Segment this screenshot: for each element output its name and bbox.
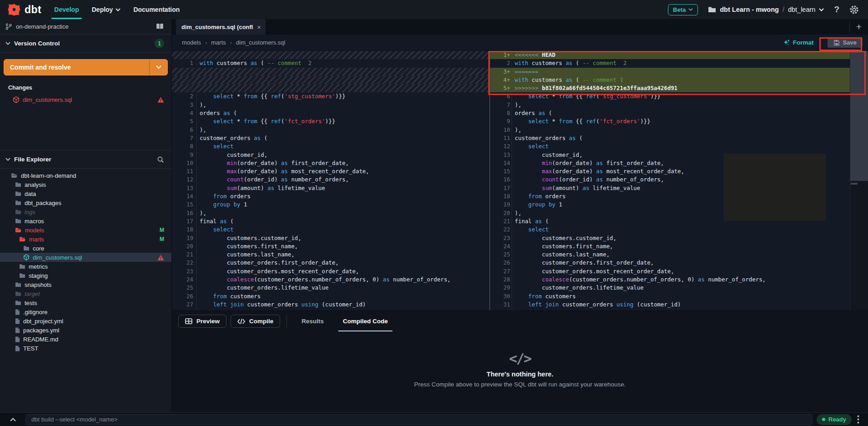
tab-close-icon[interactable]: ×: [257, 23, 261, 31]
breadcrumb-file[interactable]: dim_customers.sql: [236, 39, 285, 46]
preview-button[interactable]: Preview: [178, 315, 226, 328]
code-line[interactable]: 27 customer_orders.most_recent_order_dat…: [490, 267, 868, 276]
code-line[interactable]: 5+>>>>>>> b81f802a66fd544504c65721e3ffaa…: [490, 84, 868, 92]
code-line[interactable]: 23 customers.customer_id,: [490, 234, 868, 242]
code-line[interactable]: 25 customers.last_name,: [490, 251, 868, 259]
editor-tab-dim-customers[interactable]: dim_customers.sql (confli... ×: [176, 19, 266, 35]
tree-item-dbt-project-yml[interactable]: dbt_project.yml: [0, 316, 171, 326]
nav-deploy[interactable]: Deploy: [85, 0, 127, 19]
code-line[interactable]: 2with customers as ( -- comment 2: [490, 59, 868, 67]
code-line[interactable]: 11customer_orders as (: [490, 134, 868, 142]
code-line[interactable]: 8 select: [172, 142, 489, 150]
help-icon[interactable]: ?: [834, 5, 839, 15]
new-tab-plus-icon[interactable]: +: [849, 21, 868, 33]
account-project-selector[interactable]: dbt Learn - mwong / dbt_learn: [708, 6, 824, 13]
format-button[interactable]: Format: [783, 39, 814, 46]
code-line[interactable]: 17final as (: [172, 217, 489, 226]
status-badge[interactable]: Ready: [817, 414, 852, 425]
code-line[interactable]: 14 from orders: [172, 192, 489, 200]
code-line[interactable]: 1+<<<<<<< HEAD: [490, 51, 868, 59]
code-line[interactable]: 6),: [172, 126, 489, 134]
code-line[interactable]: 29 customer_orders.lifetime_value: [490, 284, 868, 292]
breadcrumb-models[interactable]: models: [182, 39, 201, 46]
code-line[interactable]: 12 select: [490, 142, 868, 150]
tree-item--gitignore[interactable]: .gitignore: [0, 307, 171, 316]
code-line[interactable]: 24 customers.first_name,: [490, 242, 868, 251]
nav-develop[interactable]: Develop: [48, 0, 85, 19]
tree-item-analysis[interactable]: analysis: [0, 180, 171, 189]
scrollbar-thumb[interactable]: [850, 51, 868, 181]
code-line[interactable]: 19 customers.customer_id,: [172, 234, 489, 242]
code-line[interactable]: 26 from customers: [172, 292, 489, 301]
dbt-logo[interactable]: dbt: [0, 0, 48, 19]
settings-gear-icon[interactable]: [849, 5, 859, 15]
kebab-menu-icon[interactable]: [857, 415, 859, 424]
tree-item-packages-yml[interactable]: packages.yml: [0, 326, 171, 335]
expand-caret-icon[interactable]: [0, 418, 25, 421]
file-explorer-header[interactable]: File Explorer: [0, 150, 171, 169]
tree-item-macros[interactable]: macros: [0, 216, 171, 226]
commit-and-resolve-button[interactable]: Commit and resolve: [4, 59, 168, 75]
tree-item-dim-customers-sql[interactable]: dim_customers.sql: [0, 253, 171, 262]
code-line[interactable]: 16),: [172, 209, 489, 217]
code-line[interactable]: 23 customer_orders.most_recent_order_dat…: [172, 267, 489, 276]
code-line[interactable]: 28 coalesce(customer_orders.number_of_or…: [490, 276, 868, 284]
code-line[interactable]: 3+=======: [490, 68, 868, 76]
search-icon[interactable]: [157, 156, 164, 163]
tree-item-staging[interactable]: staging: [0, 271, 171, 280]
tree-item-target[interactable]: target: [0, 289, 171, 298]
code-line[interactable]: 6 select * from {{ ref('stg_customers')}…: [490, 92, 868, 100]
tree-item-readme-md[interactable]: README.md: [0, 335, 171, 344]
tree-item-test[interactable]: TEST: [0, 344, 171, 353]
code-line[interactable]: 11 max(order_date) as most_recent_order_…: [172, 167, 489, 175]
code-line[interactable]: 26 customer_orders.first_order_date,: [490, 259, 868, 267]
tree-item-logs[interactable]: logs: [0, 207, 171, 216]
code-line[interactable]: 10),: [490, 126, 868, 134]
code-line[interactable]: 22 customer_orders.first_order_date,: [172, 259, 489, 267]
version-control-header[interactable]: Version Control 1: [0, 35, 171, 53]
tab-compiled-code[interactable]: Compiled Code: [338, 310, 392, 332]
command-input[interactable]: [25, 414, 813, 425]
code-line[interactable]: 9 select * from {{ ref('fct_orders')}}: [490, 117, 868, 125]
code-line[interactable]: 18 select: [172, 226, 489, 234]
code-line[interactable]: 31 left join customer_orders using (cust…: [490, 301, 868, 309]
tree-item-dbt-learn-on-demand[interactable]: dbt-learn-on-demand: [0, 171, 171, 180]
code-line[interactable]: 24 coalesce(customer_orders.number_of_or…: [172, 276, 489, 284]
breadcrumb-marts[interactable]: marts: [211, 39, 226, 46]
tree-item-metrics[interactable]: metrics: [0, 262, 171, 271]
beta-dropdown[interactable]: Beta: [668, 4, 698, 15]
code-line[interactable]: 12 count(order_id) as number_of_orders,: [172, 175, 489, 184]
tree-item-models[interactable]: modelsM: [0, 226, 171, 235]
compile-button[interactable]: Compile: [231, 315, 280, 328]
code-line[interactable]: 22 select: [490, 226, 868, 234]
code-line[interactable]: 25 customer_orders.lifetime_value: [172, 284, 489, 292]
code-line[interactable]: 5 select * from {{ ref('fct_orders')}}: [172, 117, 489, 125]
code-line[interactable]: 7),: [490, 101, 868, 109]
code-line[interactable]: 8orders as (: [490, 109, 868, 117]
code-line[interactable]: 9 customer_id,: [172, 151, 489, 159]
save-button[interactable]: Save: [828, 37, 863, 48]
docs-book-icon[interactable]: [156, 23, 164, 30]
code-line[interactable]: 21 customers.last_name,: [172, 251, 489, 259]
tree-item-tests[interactable]: tests: [0, 298, 171, 307]
tree-item-data[interactable]: data: [0, 189, 171, 198]
code-line[interactable]: 4orders as (: [172, 109, 489, 117]
commit-options-caret[interactable]: [149, 60, 167, 75]
tree-item-core[interactable]: core: [0, 244, 171, 253]
code-line[interactable]: 7customer_orders as (: [172, 134, 489, 142]
code-line[interactable]: 27 left join customer_orders using (cust…: [172, 301, 489, 309]
nav-documentation[interactable]: Documentation: [127, 0, 186, 19]
code-line[interactable]: 13 sum(amount) as lifetime_value: [172, 184, 489, 192]
code-line[interactable]: 15 group by 1: [172, 200, 489, 209]
code-line[interactable]: 4+with customers as ( -- comment 1: [490, 76, 868, 84]
code-line[interactable]: 3),: [172, 101, 489, 109]
tree-item-dbt-packages[interactable]: dbt_packages: [0, 198, 171, 207]
code-line[interactable]: 20 customers.first_name,: [172, 242, 489, 251]
changed-file-row[interactable]: dim_customers.sql: [0, 95, 171, 105]
tree-item-snapshots[interactable]: snapshots: [0, 280, 171, 289]
editor-scrollbar[interactable]: [850, 51, 868, 310]
code-line[interactable]: 1with customers as ( -- comment 2: [172, 59, 489, 67]
git-branch-row[interactable]: on-demand-practice: [0, 19, 171, 35]
code-line[interactable]: 10 min(order_date) as first_order_date,: [172, 159, 489, 167]
code-line[interactable]: 2 select * from {{ ref('stg_customers')}…: [172, 92, 489, 100]
